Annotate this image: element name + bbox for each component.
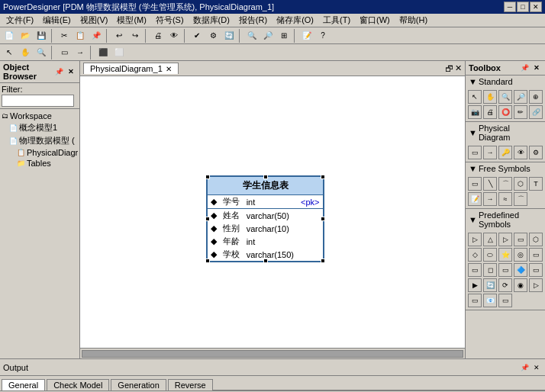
close-button[interactable]: ✕ (530, 2, 542, 12)
diagram-tab-close[interactable]: ✕ (166, 65, 172, 73)
diagram-close-btn[interactable]: ✕ (455, 63, 462, 73)
scrollbar-thumb[interactable] (82, 350, 463, 358)
toolbox-arc-icon[interactable]: ⌒ (498, 177, 512, 191)
toolbox-curve-icon[interactable]: ⌒ (514, 192, 527, 206)
toolbox-pre4-icon[interactable]: ▭ (514, 233, 527, 246)
horizontal-scrollbar[interactable] (80, 348, 465, 358)
toolbox-poly-icon[interactable]: ⬡ (514, 177, 527, 191)
entity-table[interactable]: 学生信息表 ◆ 学号 int <pk> ◆ 姓名 varchar(50) (206, 175, 324, 262)
handle-bl[interactable] (205, 259, 210, 263)
toolbox-add-icon[interactable]: ⊕ (529, 90, 543, 104)
menu-item-D[interactable]: 数据库(D) (189, 14, 234, 27)
toolbox-pre22-icon[interactable]: 📧 (483, 294, 497, 307)
diagram-restore-btn[interactable]: 🗗 (445, 64, 453, 73)
toolbox-print-icon[interactable]: 🖨 (483, 105, 497, 119)
handle-tl[interactable] (205, 175, 210, 179)
select-btn[interactable]: ↖ (2, 46, 17, 59)
toolbox-section-free-header[interactable]: ▼ Free Symbols (466, 162, 545, 175)
toolbox-pre17-icon[interactable]: 🔄 (483, 278, 497, 292)
tree-item-2[interactable]: 📄物理数据模型 ( (9, 134, 78, 147)
undo-btn[interactable]: ↩ (111, 29, 127, 43)
tree-item-1[interactable]: 📄概念模型1 (9, 121, 78, 134)
gen-btn[interactable]: ⚙ (205, 29, 221, 43)
ob-pin-btn[interactable]: 📌 (53, 66, 64, 77)
toolbox-pre9-icon[interactable]: ◎ (514, 248, 527, 262)
ob-filter-input[interactable] (2, 95, 74, 107)
toolbox-camera-icon[interactable]: 📷 (468, 105, 482, 119)
toolbox-section-predefined-header[interactable]: ▼ Predefined Symbols (466, 209, 545, 230)
menu-item-V[interactable]: 视图(V) (76, 14, 113, 27)
print-btn[interactable]: 🖨 (150, 29, 166, 43)
diagram-tab-item[interactable]: PhysicalDiagram_1 ✕ (83, 63, 179, 74)
output-close-btn[interactable]: ✕ (531, 362, 542, 373)
cut-btn[interactable]: ✂ (56, 29, 72, 43)
tab-generation[interactable]: Generation (111, 379, 166, 390)
zoom-btn[interactable]: 🔍 (34, 46, 49, 59)
toolbox-pre6-icon[interactable]: ◇ (468, 248, 482, 262)
toolbox-note-icon[interactable]: 📝 (468, 192, 482, 206)
menu-item-E[interactable]: 编辑(E) (38, 14, 76, 27)
menu-item-W[interactable]: 窗口(W) (355, 14, 395, 27)
toolbox-pre15-icon[interactable]: ▭ (529, 263, 543, 277)
maximize-button[interactable]: □ (517, 2, 529, 12)
toolbox-close-btn[interactable]: ✕ (531, 63, 542, 73)
toolbox-pre7-icon[interactable]: ⬭ (483, 248, 497, 262)
toolbox-ref-icon[interactable]: → (483, 146, 497, 159)
auto-layout-btn[interactable]: ⬜ (111, 46, 127, 59)
toolbox-pre11-icon[interactable]: ▭ (468, 263, 482, 277)
menu-item-T[interactable]: 工具(T) (318, 14, 355, 27)
toolbox-pre20-icon[interactable]: ▷ (529, 278, 543, 292)
menu-item-S[interactable]: 符号(S) (151, 14, 189, 27)
handle-tr[interactable] (321, 175, 325, 179)
toolbox-pre2-icon[interactable]: △ (483, 233, 497, 246)
copy-btn[interactable]: 📋 (73, 29, 88, 43)
check-btn[interactable]: ✔ (189, 29, 205, 43)
menu-item-H[interactable]: 帮助(H) (395, 14, 432, 27)
open-btn[interactable]: 📂 (18, 29, 33, 43)
toolbox-view-icon[interactable]: 👁 (514, 146, 527, 159)
toolbox-line-icon[interactable]: ╲ (483, 177, 497, 191)
menu-item-R[interactable]: 报告(R) (234, 14, 272, 27)
toolbox-pre10-icon[interactable]: ▭ (529, 248, 543, 262)
handle-ml[interactable] (205, 217, 210, 221)
toolbox-pre23-icon[interactable]: ▭ (498, 294, 512, 307)
fit-btn[interactable]: ⊞ (276, 29, 292, 43)
toolbox-pre5-icon[interactable]: ⬡ (529, 233, 543, 246)
tree-item-3[interactable]: 📋PhysicalDiagr (17, 147, 78, 158)
diagram-canvas[interactable]: 学生信息表 ◆ 学号 int <pk> ◆ 姓名 varchar(50) (80, 76, 465, 348)
menu-item-F[interactable]: 文件(F) (2, 14, 38, 27)
toolbox-rect-icon[interactable]: ▭ (468, 177, 482, 191)
toolbox-pre3-icon[interactable]: ▷ (498, 233, 512, 246)
toolbox-pointer-icon[interactable]: ↖ (468, 90, 482, 104)
toolbox-arrow-icon[interactable]: → (483, 192, 497, 206)
toolbox-pre13-icon[interactable]: ▭ (498, 263, 512, 277)
toolbox-zoom-in-icon[interactable]: 🔍 (498, 90, 512, 104)
paste-btn[interactable]: 📌 (89, 29, 104, 43)
toolbox-proc-icon[interactable]: ⚙ (529, 146, 543, 159)
toolbox-pre16-icon[interactable]: ▶ (468, 278, 482, 292)
toolbox-pre1-icon[interactable]: ▷ (468, 233, 482, 246)
handle-br[interactable] (321, 259, 325, 263)
tab-check-model[interactable]: Check Model (47, 379, 109, 390)
preview-btn[interactable]: 👁 (166, 29, 182, 43)
rev-btn[interactable]: 🔄 (221, 29, 237, 43)
toolbox-pre14-icon[interactable]: 🔷 (514, 263, 527, 277)
align-btn[interactable]: ⬛ (95, 46, 111, 59)
toolbox-wave-icon[interactable]: ≈ (498, 192, 512, 206)
toolbox-pin-btn[interactable]: 📌 (519, 63, 530, 73)
entity-row-0[interactable]: ◆ 学号 int <pk> (208, 195, 323, 209)
toolbox-hand-icon[interactable]: ✋ (483, 90, 497, 104)
tab-general[interactable]: General (2, 379, 45, 390)
toolbox-text-icon[interactable]: T (529, 177, 543, 191)
toolbox-key-icon[interactable]: 🔑 (498, 146, 512, 159)
tree-item-4[interactable]: 📁Tables (17, 158, 78, 169)
entity-row-2[interactable]: ◆ 性别 varchar(10) (208, 222, 323, 235)
toolbox-pre21-icon[interactable]: ▭ (468, 294, 482, 307)
minimize-button[interactable]: ─ (504, 2, 516, 12)
output-pin-btn[interactable]: 📌 (519, 362, 530, 373)
ref-btn[interactable]: → (73, 46, 88, 59)
table-btn[interactable]: ▭ (56, 46, 72, 59)
entity-row-1[interactable]: ◆ 姓名 varchar(50) (208, 209, 323, 223)
prop-btn[interactable]: 📝 (299, 29, 314, 43)
new-btn[interactable]: 📄 (2, 29, 17, 43)
